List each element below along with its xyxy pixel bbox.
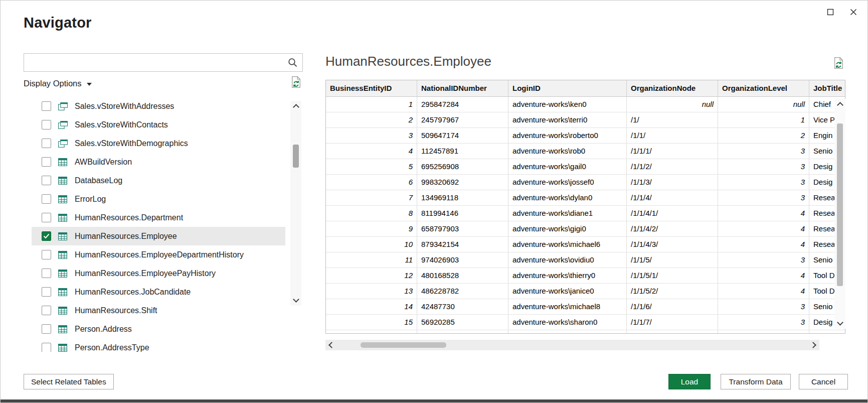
- cell: 4: [718, 221, 809, 236]
- sidebar-refresh-icon[interactable]: [290, 76, 302, 90]
- cell: 480168528: [417, 268, 508, 283]
- cell: /1/1/5/2/: [627, 284, 718, 299]
- cell: /1/1/5/: [627, 252, 718, 267]
- scroll-up-icon[interactable]: [837, 102, 843, 108]
- preview-horizontal-scrollbar[interactable]: [325, 340, 819, 350]
- scroll-left-icon[interactable]: [328, 342, 335, 348]
- cell: /1/1/7/: [627, 315, 718, 330]
- list-item[interactable]: HumanResources.JobCandidate: [32, 283, 285, 301]
- list-item[interactable]: HumanResources.EmployeePayHistory: [32, 264, 285, 283]
- list-item[interactable]: HumanResources.Department: [32, 208, 285, 227]
- maximize-button[interactable]: [822, 5, 839, 22]
- cell: 1: [326, 97, 417, 112]
- view-icon: [58, 102, 68, 110]
- close-button[interactable]: [845, 5, 862, 22]
- list-item[interactable]: Sales.vStoreWithDemographics: [32, 134, 285, 153]
- cell: /1/1/4/3/: [627, 237, 718, 252]
- item-label: Sales.vStoreWithAddresses: [75, 102, 174, 111]
- search-input[interactable]: [24, 54, 285, 71]
- scroll-right-icon[interactable]: [810, 342, 816, 348]
- cell: 4: [718, 268, 809, 283]
- cell: 3: [718, 144, 809, 159]
- cell: /1/1/4/2/: [627, 221, 718, 236]
- unchecked-checkbox[interactable]: [42, 120, 51, 129]
- cell: 8: [326, 206, 417, 221]
- list-item[interactable]: DatabaseLog: [32, 171, 285, 190]
- scroll-down-icon[interactable]: [837, 319, 843, 326]
- table-row: 2245797967adventure-works\terri0/1/1Vice…: [326, 112, 845, 128]
- list-item[interactable]: HumanResources.Shift: [32, 301, 285, 320]
- scrollbar-thumb[interactable]: [293, 145, 299, 168]
- display-options-label: Display Options: [24, 79, 82, 88]
- list-item[interactable]: ErrorLog: [32, 190, 285, 208]
- table-list: Sales.vStoreWithAddressesSales.vStoreWit…: [32, 97, 285, 352]
- item-label: AWBuildVersion: [75, 158, 132, 167]
- transform-data-button[interactable]: Transform Data: [721, 374, 791, 389]
- unchecked-checkbox[interactable]: [42, 268, 51, 278]
- cell: adventure-works\gigi0: [508, 221, 627, 236]
- unchecked-checkbox[interactable]: [42, 213, 51, 222]
- cell: null: [718, 97, 809, 112]
- unchecked-checkbox[interactable]: [42, 194, 51, 204]
- search-box: [24, 53, 303, 72]
- table-icon: [58, 325, 68, 333]
- table-row: 1556920285adventure-works\sharon0/1/1/7/…: [326, 315, 845, 330]
- list-item[interactable]: HumanResources.Employee: [32, 227, 285, 245]
- scrollbar-thumb[interactable]: [837, 123, 843, 286]
- unchecked-checkbox[interactable]: [42, 306, 51, 315]
- list-item[interactable]: AWBuildVersion: [32, 153, 285, 171]
- cell: 4: [718, 237, 809, 252]
- checked-checkbox[interactable]: [42, 231, 51, 241]
- cell: adventure-works\diane1: [508, 206, 627, 221]
- cell: 5: [326, 159, 417, 174]
- view-icon: [58, 121, 68, 129]
- cell: adventure-works\michael6: [508, 237, 627, 252]
- unchecked-checkbox[interactable]: [42, 324, 51, 334]
- unchecked-checkbox[interactable]: [42, 101, 51, 111]
- sidebar-scrollbar[interactable]: [290, 101, 301, 306]
- list-item[interactable]: Person.AddressType: [32, 338, 285, 352]
- scrollbar-thumb[interactable]: [361, 342, 446, 348]
- preview-body: 1295847284adventure-works\ken0nullnullCh…: [326, 97, 845, 334]
- cell: null: [627, 97, 718, 112]
- cell: /1/1/4/: [627, 190, 718, 205]
- table-row: 3509647174adventure-works\roberto0/1/1/2…: [326, 128, 845, 144]
- list-item[interactable]: Person.Address: [32, 320, 285, 338]
- cancel-button[interactable]: Cancel: [799, 374, 848, 389]
- cell: 4: [718, 206, 809, 221]
- unchecked-checkbox[interactable]: [42, 139, 51, 148]
- preview-vertical-scrollbar[interactable]: [834, 99, 845, 329]
- column-header: OrganizationLevel: [718, 80, 809, 96]
- unchecked-checkbox[interactable]: [42, 176, 51, 185]
- cell: 3: [718, 315, 809, 330]
- cell: 134969118: [417, 190, 508, 205]
- cell: 11: [326, 252, 417, 267]
- unchecked-checkbox[interactable]: [42, 157, 51, 167]
- table-row: 4112457891adventure-works\rob0/1/1/1/3Se…: [326, 144, 845, 159]
- unchecked-checkbox[interactable]: [42, 287, 51, 297]
- unchecked-checkbox[interactable]: [42, 250, 51, 259]
- table-row: [326, 330, 845, 334]
- cell: /1/1/2/: [627, 159, 718, 174]
- navigator-dialog: Navigator Display Options: [0, 0, 868, 403]
- item-label: DatabaseLog: [75, 176, 122, 185]
- unchecked-checkbox[interactable]: [42, 343, 51, 352]
- scroll-down-icon[interactable]: [293, 296, 299, 303]
- preview-refresh-icon[interactable]: [833, 57, 844, 71]
- cell: /1/1/3/: [627, 175, 718, 190]
- list-item[interactable]: Sales.vStoreWithAddresses: [32, 97, 285, 115]
- table-icon: [58, 344, 68, 352]
- cell: 3: [718, 299, 809, 314]
- table-row: 8811994146adventure-works\diane1/1/1/4/1…: [326, 206, 845, 221]
- list-item[interactable]: Sales.vStoreWithContacts: [32, 115, 285, 134]
- cell: [508, 330, 627, 334]
- search-icon[interactable]: [285, 57, 302, 68]
- scroll-up-icon[interactable]: [293, 104, 299, 110]
- display-options-dropdown[interactable]: Display Options: [24, 79, 92, 88]
- select-related-tables-button[interactable]: Select Related Tables: [24, 374, 114, 389]
- cell: 15: [326, 315, 417, 330]
- load-button[interactable]: Load: [668, 374, 711, 389]
- cell: adventure-works\gail0: [508, 159, 627, 174]
- list-item[interactable]: HumanResources.EmployeeDepartmentHistory: [32, 245, 285, 264]
- item-label: HumanResources.Employee: [75, 232, 177, 241]
